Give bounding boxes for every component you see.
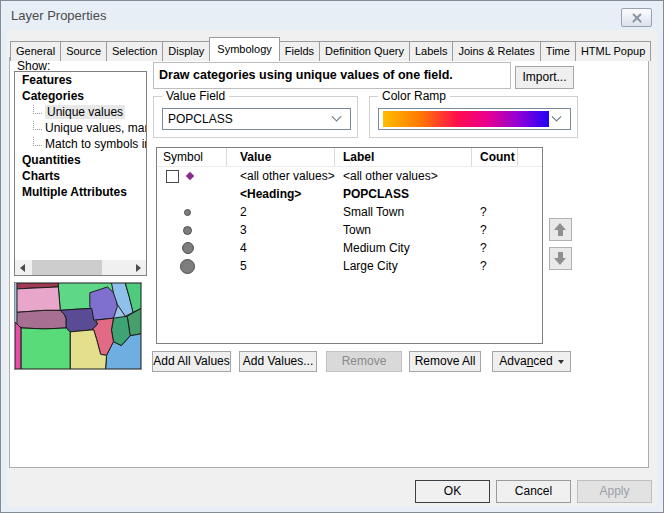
count-cell bbox=[472, 185, 518, 203]
method-description: Draw categories using unique values of o… bbox=[159, 68, 453, 82]
tab-source[interactable]: Source bbox=[60, 41, 107, 61]
point-symbol-icon[interactable] bbox=[184, 209, 191, 216]
column-header-symbol: Symbol bbox=[157, 148, 227, 166]
label-cell: Small Town bbox=[335, 203, 472, 221]
arrow-up-icon bbox=[554, 223, 567, 236]
point-symbol-icon[interactable] bbox=[180, 259, 195, 274]
sidebar-item-charts[interactable]: Charts bbox=[15, 168, 146, 184]
scroll-right-icon[interactable] bbox=[131, 260, 146, 275]
color-ramp-dropdown[interactable] bbox=[378, 108, 571, 130]
move-down-button[interactable] bbox=[549, 247, 572, 270]
value-cell: 4 bbox=[227, 239, 335, 257]
table-row[interactable]: <Heading> POPCLASS bbox=[157, 185, 542, 203]
scrollbar-thumb[interactable] bbox=[32, 260, 102, 275]
add-values-button[interactable]: Add Values... bbox=[239, 351, 317, 372]
sidebar-item-unique-values-many[interactable]: Unique values, many bbox=[15, 120, 146, 136]
sidebar-item-features[interactable]: Features bbox=[15, 72, 146, 88]
sidebar-item-quantities[interactable]: Quantities bbox=[15, 152, 146, 168]
map-preview bbox=[14, 282, 142, 370]
label-cell: Town bbox=[335, 221, 472, 239]
add-all-values-button[interactable]: Add All Values bbox=[152, 351, 231, 372]
dropdown-caret-icon bbox=[558, 360, 564, 364]
color-ramp-label: Color Ramp bbox=[378, 89, 450, 103]
tab-selection[interactable]: Selection bbox=[106, 41, 163, 61]
column-header-count: Count bbox=[472, 148, 518, 166]
title-bar[interactable]: Layer Properties bbox=[1, 1, 663, 30]
import-button[interactable]: Import... bbox=[515, 66, 574, 89]
tab-symbology[interactable]: Symbology bbox=[209, 37, 279, 61]
label-cell: <all other values> bbox=[335, 167, 472, 185]
label-cell: POPCLASS bbox=[335, 185, 472, 203]
method-description-box: Draw categories using unique values of o… bbox=[153, 62, 511, 89]
chevron-down-icon bbox=[552, 111, 562, 121]
state-shape bbox=[21, 328, 70, 369]
table-row[interactable]: 3 Town ? bbox=[157, 221, 542, 239]
remove-button[interactable]: Remove bbox=[326, 351, 402, 372]
sidebar-item-unique-values[interactable]: Unique values bbox=[15, 104, 146, 120]
advanced-label: Advanced bbox=[499, 352, 552, 371]
column-header-value: Value bbox=[227, 148, 335, 166]
cancel-button[interactable]: Cancel bbox=[496, 480, 571, 503]
label-cell: Large City bbox=[335, 257, 472, 275]
chevron-down-icon bbox=[332, 111, 342, 121]
tab-general[interactable]: General bbox=[10, 41, 61, 61]
all-other-values-checkbox[interactable] bbox=[166, 170, 179, 183]
value-cell: <all other values> bbox=[227, 167, 335, 185]
tab-fields[interactable]: Fields bbox=[279, 41, 320, 61]
close-icon bbox=[631, 12, 643, 24]
selected-tree-label: Unique values bbox=[45, 105, 125, 119]
map-preview-svg bbox=[15, 283, 141, 369]
tree-label: Unique values, many bbox=[45, 121, 147, 135]
move-up-button[interactable] bbox=[549, 218, 572, 241]
count-cell: ? bbox=[472, 257, 518, 275]
value-field-group: Value Field POPCLASS bbox=[153, 96, 358, 138]
state-shape bbox=[17, 287, 60, 312]
point-symbol-icon[interactable] bbox=[183, 226, 192, 235]
point-symbol-icon[interactable] bbox=[182, 242, 194, 254]
apply-button[interactable]: Apply bbox=[577, 480, 652, 503]
unique-values-table: Symbol Value Label Count <all other valu… bbox=[156, 147, 543, 344]
table-row[interactable]: 4 Medium City ? bbox=[157, 239, 542, 257]
table-row[interactable]: 5 Large City ? bbox=[157, 257, 542, 275]
value-field-label: Value Field bbox=[162, 89, 229, 103]
advanced-button[interactable]: Advanced bbox=[492, 351, 571, 372]
tree-connector-icon bbox=[33, 137, 42, 146]
tab-display[interactable]: Display bbox=[162, 41, 210, 61]
value-cell: 5 bbox=[227, 257, 335, 275]
count-cell: ? bbox=[472, 203, 518, 221]
tab-joins-relates[interactable]: Joins & Relates bbox=[452, 41, 540, 61]
value-cell: 3 bbox=[227, 221, 335, 239]
state-shape bbox=[15, 322, 21, 369]
layer-properties-dialog: Layer Properties General Source Selectio… bbox=[0, 0, 664, 513]
tree-horizontal-scrollbar[interactable] bbox=[15, 260, 146, 275]
scroll-left-icon[interactable] bbox=[15, 260, 30, 275]
remove-all-button[interactable]: Remove All bbox=[409, 351, 481, 372]
value-field-dropdown[interactable]: POPCLASS bbox=[162, 108, 351, 130]
table-row[interactable]: <all other values> <all other values> bbox=[157, 167, 542, 185]
tree-connector-icon bbox=[33, 105, 42, 114]
color-ramp-swatch bbox=[383, 111, 549, 127]
all-other-values-symbol-icon[interactable] bbox=[186, 172, 194, 180]
ok-button[interactable]: OK bbox=[415, 480, 490, 503]
state-shape bbox=[17, 310, 66, 329]
column-header-label: Label bbox=[335, 148, 472, 166]
close-button[interactable] bbox=[621, 8, 652, 27]
tree-connector-icon bbox=[33, 121, 42, 130]
count-cell bbox=[472, 167, 518, 185]
sidebar-item-multiple-attributes[interactable]: Multiple Attributes bbox=[15, 184, 146, 200]
window-title: Layer Properties bbox=[11, 8, 106, 23]
tab-html-popup[interactable]: HTML Popup bbox=[575, 41, 651, 61]
arrow-down-icon bbox=[554, 252, 567, 265]
count-cell: ? bbox=[472, 221, 518, 239]
tab-definition-query[interactable]: Definition Query bbox=[319, 41, 410, 61]
value-field-selected: POPCLASS bbox=[163, 112, 333, 126]
tab-time[interactable]: Time bbox=[540, 41, 576, 61]
value-cell: <Heading> bbox=[227, 185, 335, 203]
label-cell: Medium City bbox=[335, 239, 472, 257]
color-ramp-group: Color Ramp bbox=[369, 96, 578, 138]
table-row[interactable]: 2 Small Town ? bbox=[157, 203, 542, 221]
tab-labels[interactable]: Labels bbox=[409, 41, 453, 61]
show-tree: Features Categories Unique values Unique… bbox=[14, 71, 147, 276]
sidebar-item-match-to-symbols[interactable]: Match to symbols in a bbox=[15, 136, 146, 152]
sidebar-item-categories[interactable]: Categories bbox=[15, 88, 146, 104]
